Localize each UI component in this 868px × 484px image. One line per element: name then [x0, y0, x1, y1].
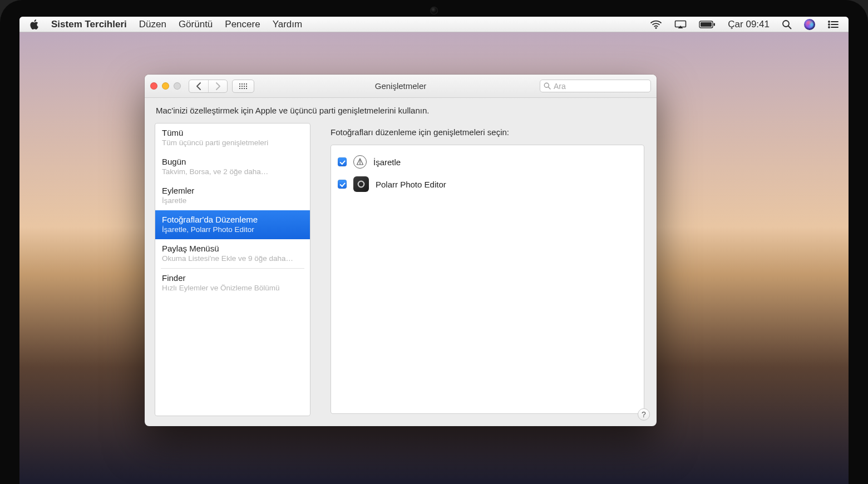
- detail-pane: Fotoğrafları düzenleme için genişletmele…: [317, 123, 647, 416]
- nav-buttons: [189, 80, 228, 93]
- svg-line-14: [549, 87, 550, 89]
- svg-point-7: [828, 21, 830, 22]
- sidebar-item-subtitle: Okuma Listesi'ne Ekle ve 9 öğe daha…: [162, 254, 303, 263]
- sidebar-item-photos-editing[interactable]: Fotoğraflar'da Düzenleme İşaretle, Polar…: [155, 210, 310, 239]
- sidebar-item-all[interactable]: Tümü Tüm üçüncü parti genişletmeleri: [155, 124, 310, 152]
- window-titlebar: Genişletmeler: [145, 75, 657, 98]
- laptop-camera: [430, 7, 438, 14]
- menubar-left: Sistem Tercihleri Düzen Görüntü Pencere …: [29, 19, 302, 30]
- grid-icon: [239, 83, 247, 89]
- help-button[interactable]: ?: [638, 408, 650, 421]
- menu-item-window[interactable]: Pencere: [225, 19, 260, 30]
- forward-button[interactable]: [208, 80, 227, 92]
- menu-item-view[interactable]: Görüntü: [179, 19, 213, 30]
- extension-row-markup: İşaretle: [338, 151, 637, 173]
- menu-item-edit[interactable]: Düzen: [139, 19, 166, 30]
- traffic-lights: [150, 82, 181, 90]
- extension-checkbox[interactable]: [338, 180, 347, 189]
- extension-label: Polarr Photo Editor: [376, 180, 446, 189]
- sidebar-item-subtitle: Tüm üçüncü parti genişletmeleri: [162, 139, 303, 147]
- menubar: Sistem Tercihleri Düzen Görüntü Pencere …: [19, 17, 849, 32]
- extension-label: İşaretle: [373, 157, 401, 167]
- sidebar-item-title: Paylaş Menüsü: [162, 244, 303, 253]
- close-button[interactable]: [150, 82, 157, 90]
- sidebar-item-subtitle: Takvim, Borsa, ve 2 öğe daha…: [162, 167, 303, 176]
- svg-point-0: [655, 27, 657, 28]
- menu-item-help[interactable]: Yardım: [273, 19, 303, 30]
- chevron-left-icon: [196, 82, 202, 90]
- battery-icon[interactable]: [699, 21, 716, 28]
- sidebar-item-title: Fotoğraflar'da Düzenleme: [162, 215, 303, 224]
- laptop-frame: Sistem Tercihleri Düzen Görüntü Pencere …: [0, 0, 868, 484]
- svg-line-6: [788, 26, 791, 29]
- sidebar-item-subtitle: İşaretle, Polarr Photo Editor: [162, 225, 303, 234]
- svg-rect-4: [714, 23, 716, 26]
- polarr-icon: [353, 176, 369, 192]
- screen: Sistem Tercihleri Düzen Görüntü Pencere …: [19, 17, 849, 484]
- svg-point-11: [828, 27, 830, 28]
- svg-point-5: [783, 21, 789, 27]
- markup-icon: [353, 155, 367, 169]
- spotlight-icon[interactable]: [782, 19, 792, 29]
- zoom-button[interactable]: [174, 82, 181, 90]
- sidebar-item-title: Bugün: [162, 157, 303, 166]
- sidebar-item-title: Eylemler: [162, 186, 303, 195]
- search-field[interactable]: [540, 80, 651, 92]
- sidebar-item-today[interactable]: Bugün Takvim, Borsa, ve 2 öğe daha…: [155, 152, 310, 181]
- apple-logo-icon[interactable]: [29, 19, 39, 30]
- show-all-button[interactable]: [232, 80, 254, 93]
- sidebar-item-share-menu[interactable]: Paylaş Menüsü Okuma Listesi'ne Ekle ve 9…: [155, 239, 310, 268]
- preferences-window: Genişletmeler Mac'inizi özelleştirmek iç…: [145, 75, 657, 426]
- sidebar-item-subtitle: İşaretle: [162, 196, 303, 205]
- extension-checkbox[interactable]: [338, 157, 347, 166]
- menubar-right: Çar 09:41: [650, 19, 839, 30]
- menubar-clock[interactable]: Çar 09:41: [728, 19, 770, 30]
- window-body: Mac'inizi özelleştirmek için Apple ve üç…: [145, 98, 657, 426]
- svg-point-9: [828, 24, 830, 25]
- intro-text: Mac'inizi özelleştirmek için Apple ve üç…: [155, 106, 647, 115]
- sidebar: Tümü Tüm üçüncü parti genişletmeleri Bug…: [155, 123, 310, 416]
- sidebar-item-finder[interactable]: Finder Hızlı Eylemler ve Önizleme Bölümü: [155, 269, 310, 298]
- extension-row-polarr: Polarr Photo Editor: [338, 173, 637, 195]
- minimize-button[interactable]: [162, 82, 169, 90]
- extensions-list: İşaretle Polarr Photo Editor: [331, 145, 644, 414]
- window-title: Genişletmeler: [375, 81, 427, 91]
- panes: Tümü Tüm üçüncü parti genişletmeleri Bug…: [155, 123, 647, 416]
- search-icon: [544, 82, 551, 90]
- search-input[interactable]: [554, 82, 647, 91]
- chevron-right-icon: [215, 82, 221, 90]
- sidebar-item-actions[interactable]: Eylemler İşaretle: [155, 181, 310, 210]
- sidebar-item-title: Tümü: [162, 128, 303, 137]
- notification-center-icon[interactable]: [827, 20, 839, 29]
- sidebar-item-subtitle: Hızlı Eylemler ve Önizleme Bölümü: [162, 284, 303, 292]
- svg-point-16: [358, 181, 364, 187]
- menu-app-name[interactable]: Sistem Tercihleri: [51, 19, 127, 30]
- airplay-icon[interactable]: [674, 20, 687, 29]
- detail-heading: Fotoğrafları düzenleme için genişletmele…: [331, 127, 644, 137]
- svg-point-13: [544, 83, 549, 87]
- siri-icon[interactable]: [804, 19, 815, 30]
- wifi-icon[interactable]: [650, 20, 662, 29]
- back-button[interactable]: [189, 80, 208, 92]
- sidebar-item-title: Finder: [162, 273, 303, 283]
- svg-rect-3: [701, 22, 712, 27]
